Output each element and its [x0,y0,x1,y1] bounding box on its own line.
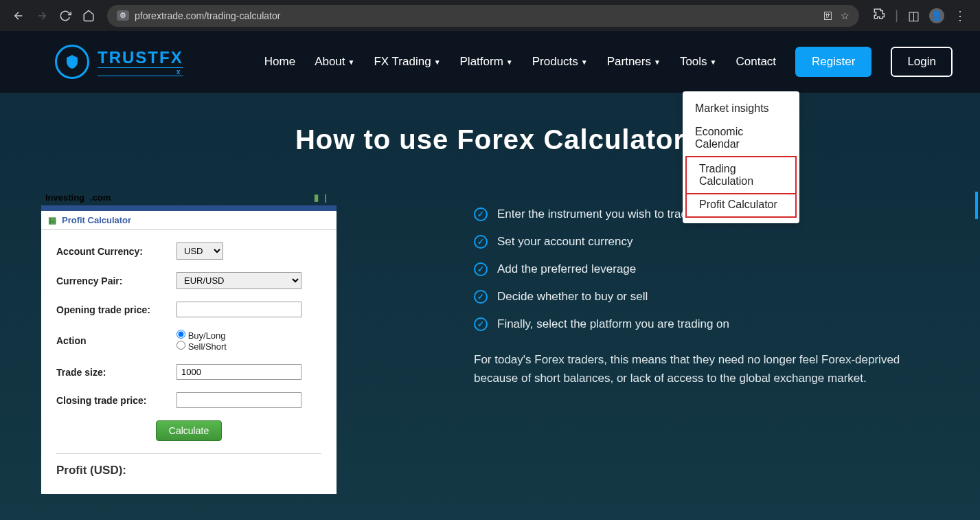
drop-trading-calculation[interactable]: Trading Calculation [685,156,797,194]
chevron-down-icon: ▼ [710,58,717,66]
action-label: Action [56,335,176,346]
brand-sub: x [98,67,183,76]
opening-price-label: Opening trade price: [56,304,176,315]
back-button[interactable] [7,5,30,26]
nav-contact[interactable]: Contact [736,55,776,69]
check-icon: ✓ [474,317,488,331]
chevron-down-icon: ▼ [506,58,513,66]
main-nav: Home About▼ FX Trading▼ Platform▼ Produc… [264,47,953,77]
widget-title-bar: ▦ Profit Calculator [41,211,337,230]
calculator-widget: Investing.com ▮ | ▦ Profit Calculator Ac… [41,190,337,494]
drop-profit-calculator[interactable]: Profit Calculator [685,193,797,218]
address-bar[interactable]: ⚙ pforextrade.com/trading-calculator 🈂 ☆ [107,5,859,27]
profit-result-label: Profit (USD): [56,453,321,477]
trade-size-input[interactable] [176,364,301,380]
widget-title: Profit Calculator [62,215,131,225]
arrow-left-icon [12,10,25,22]
home-button[interactable] [77,5,100,26]
step-text: Decide whether to buy or sell [497,290,648,304]
tools-dropdown: Market insights Economic Calendar Tradin… [683,91,799,223]
chevron-down-icon: ▼ [434,58,441,66]
site-settings-icon[interactable]: ⚙ [117,10,129,21]
register-button[interactable]: Register [795,47,871,77]
widget-tld: .com [90,192,111,203]
step-text: Enter the instrument you wish to trade [497,207,694,221]
nav-about[interactable]: About▼ [315,55,354,69]
reload-button[interactable] [54,5,77,26]
currency-pair-label: Currency Pair: [56,275,176,286]
profile-avatar-icon[interactable]: 👤 [929,8,944,23]
scroll-indicator [975,192,978,219]
account-currency-select[interactable]: USD [176,242,223,260]
url-text: pforextrade.com/trading-calculator [135,10,280,21]
extensions-icon[interactable] [873,8,885,23]
nav-fx-trading[interactable]: FX Trading▼ [374,55,440,69]
info-paragraph: For today's Forex traders, this means th… [474,350,913,387]
nav-platform[interactable]: Platform▼ [460,55,513,69]
check-icon: ✓ [474,235,488,249]
home-icon [82,10,95,22]
step-text: Finally, select the platform you are tra… [497,317,729,331]
reload-icon [59,10,71,22]
account-currency-label: Account Currency: [56,246,176,257]
sell-short-radio[interactable]: Sell/Short [176,341,227,352]
browser-right-controls: | ◫ 👤 ⋮ [866,8,973,23]
widget-brand-bar: Investing.com ▮ | [41,190,337,205]
step-row: ✓Add the preferred leverage [474,262,913,276]
page-title: How to use Forex Calculator [0,124,980,155]
info-column: ✓Enter the instrument you wish to trade … [474,190,913,494]
site-header: TRUSTFX x Home About▼ FX Trading▼ Platfo… [0,31,980,93]
opening-price-input[interactable] [176,302,301,317]
login-button[interactable]: Login [891,47,953,77]
step-text: Add the preferred leverage [497,262,636,276]
browser-toolbar: ⚙ pforextrade.com/trading-calculator 🈂 ☆… [0,0,980,31]
step-row: ✓Set your account currency [474,235,913,249]
drop-market-insights[interactable]: Market insights [683,97,799,120]
drop-economic-calendar[interactable]: Economic Calendar [683,120,799,156]
side-panel-icon[interactable]: ◫ [908,8,920,23]
divider: | [895,8,898,23]
check-icon: ✓ [474,290,488,304]
chevron-down-icon: ▼ [581,58,588,66]
arrow-right-icon [36,10,48,22]
translate-icon[interactable]: 🈂 [823,10,832,21]
brand-main: TRUSTFX [98,48,183,67]
check-icon: ✓ [474,262,488,276]
nav-tools[interactable]: Tools▼ [680,55,717,69]
chevron-down-icon: ▼ [348,58,355,66]
menu-icon[interactable]: ⋮ [954,8,966,23]
calculate-button[interactable]: Calculate [156,420,222,441]
step-row: ✓Decide whether to buy or sell [474,290,913,304]
grid-icon: ▦ [48,215,56,225]
nav-products[interactable]: Products▼ [532,55,588,69]
closing-price-label: Closing trade price: [56,395,176,406]
nav-home[interactable]: Home [264,55,295,69]
chevron-down-icon: ▼ [654,58,661,66]
site-logo[interactable]: TRUSTFX x [55,45,183,79]
android-icon[interactable]: ▮ [314,192,319,203]
bookmark-star-icon[interactable]: ☆ [841,10,850,21]
step-row: ✓Finally, select the platform you are tr… [474,317,913,331]
shield-icon [55,45,89,79]
check-icon: ✓ [474,207,488,221]
buy-long-radio[interactable]: Buy/Long [176,330,227,341]
forward-button[interactable] [30,5,54,26]
logo-text: TRUSTFX x [98,48,183,76]
page-content: TRUSTFX x Home About▼ FX Trading▼ Platfo… [0,31,980,520]
step-text: Set your account currency [497,235,633,249]
trade-size-label: Trade size: [56,367,176,378]
currency-pair-select[interactable]: EUR/USD [176,272,301,289]
widget-brand: Investing [45,192,84,203]
nav-partners[interactable]: Partners▼ [607,55,661,69]
closing-price-input[interactable] [176,392,301,408]
widget-accent-bar [41,205,337,211]
